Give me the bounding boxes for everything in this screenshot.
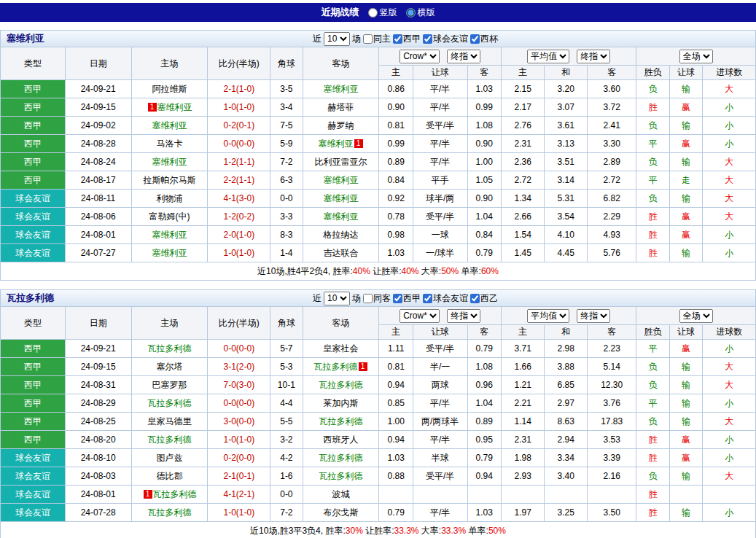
competition-checkbox[interactable] <box>423 34 432 44</box>
team-name[interactable]: 塞维利亚 <box>324 84 359 94</box>
match-date: 24-08-10 <box>65 449 131 467</box>
team-name[interactable]: 瓦拉多利德 <box>319 380 363 390</box>
layout-option-horizontal[interactable]: 横版 <box>406 7 435 19</box>
avg-home-odds: 2.72 <box>501 171 545 190</box>
team-name[interactable]: 瓦拉多利德 <box>319 416 363 426</box>
match-count-select[interactable]: 10 <box>324 292 350 305</box>
team-name[interactable]: 瓦拉多利德 <box>148 343 192 354</box>
same-venue-checkbox[interactable] <box>363 294 373 303</box>
away-team-cell: 皇家社会 <box>303 340 379 358</box>
competition-checkbox[interactable] <box>470 34 480 44</box>
away-team-cell: 格拉纳达 <box>303 226 379 244</box>
handicap-line: 平/半 <box>413 153 467 171</box>
team-name[interactable]: 塞维利亚 <box>152 230 187 240</box>
competition-filter[interactable]: 球会友谊 <box>423 292 468 305</box>
match-date: 24-08-28 <box>65 135 131 153</box>
team-name[interactable]: 瓦拉多利德 <box>148 507 192 518</box>
team-name[interactable]: 塞维利亚 <box>319 139 354 149</box>
team-name[interactable]: 皇家马德里 <box>148 416 192 426</box>
score: 0-2(0-1) <box>208 117 270 135</box>
horizontal-layout-radio[interactable] <box>406 8 416 17</box>
team-name[interactable]: 塞维利亚 <box>324 193 359 203</box>
competition-badge: 球会友谊 <box>1 449 66 467</box>
same-venue-filter[interactable]: 同主 <box>363 33 391 45</box>
team-name[interactable]: 瓦拉多利德 <box>319 453 363 463</box>
result-win-draw-lose: 负 <box>636 153 669 171</box>
result-win-draw-lose: 胜 <box>636 431 669 449</box>
column-header: 日期 <box>65 47 131 80</box>
team-name[interactable]: 富勒姆(中) <box>149 211 190 222</box>
final-index-select[interactable]: 终指 <box>447 50 480 63</box>
competition-checkbox[interactable] <box>423 294 432 303</box>
away-team-cell: 瓦拉多利德 <box>303 467 379 486</box>
vertical-layout-radio[interactable] <box>368 8 378 17</box>
team-name[interactable]: 塞尔塔 <box>157 362 183 372</box>
competition-filter[interactable]: 西乙 <box>470 292 498 305</box>
average-select[interactable]: 平均值 <box>527 309 569 323</box>
team-name[interactable]: 瓦拉多利德 <box>148 434 192 445</box>
crown-away-odds: 1.08 <box>467 358 501 376</box>
team-name[interactable]: 阿拉维斯 <box>152 84 187 94</box>
team-name[interactable]: 拉斯帕尔马斯 <box>144 175 196 185</box>
competition-filter[interactable]: 西甲 <box>393 292 421 305</box>
competition-badge: 球会友谊 <box>1 208 66 226</box>
match-date: 24-07-27 <box>65 244 131 262</box>
competition-filter[interactable]: 球会友谊 <box>423 33 468 45</box>
team-name[interactable]: 西班牙人 <box>324 434 359 445</box>
team-name[interactable]: 比利亚雷亚尔 <box>315 157 367 167</box>
score: 7-0(3-0) <box>208 376 270 394</box>
crown-away-odds: 1.03 <box>467 504 501 522</box>
team-name[interactable]: 瓦拉多利德 <box>314 362 358 372</box>
competition-checkbox[interactable] <box>393 34 402 44</box>
final-index-select[interactable]: 终指 <box>447 309 480 323</box>
average-select[interactable]: 平均值 <box>527 50 569 63</box>
team-name[interactable]: 德比郡 <box>157 471 183 481</box>
team-name[interactable]: 塞维利亚 <box>152 157 187 167</box>
team-name[interactable]: 塞维利亚 <box>157 102 192 112</box>
crown-home-odds: 0.94 <box>379 376 413 394</box>
handicap-line <box>413 486 467 504</box>
handicap-line: 半/一 <box>413 358 467 376</box>
competition-filter[interactable]: 西甲 <box>393 33 421 45</box>
team-name[interactable]: 利物浦 <box>157 193 183 203</box>
layout-option-vertical[interactable]: 竖版 <box>368 7 397 19</box>
match-count-select[interactable]: 10 <box>324 32 350 46</box>
team-name[interactable]: 布尔戈斯 <box>324 507 359 518</box>
team-name[interactable]: 吉达联合 <box>324 248 359 258</box>
competition-checkbox[interactable] <box>393 294 402 303</box>
home-team-cell: 瓦拉多利德 <box>131 340 208 358</box>
team-name[interactable]: 波城 <box>332 489 350 499</box>
bookmaker-select[interactable]: Crow* <box>400 50 440 63</box>
team-name[interactable]: 莱加内斯 <box>324 398 359 408</box>
corners: 10-1 <box>270 376 303 394</box>
team-name[interactable]: 塞维利亚 <box>152 248 187 258</box>
team-name[interactable]: 赫罗纳 <box>328 120 354 130</box>
team-name[interactable]: 瓦拉多利德 <box>319 471 363 481</box>
team-name[interactable]: 赫塔菲 <box>328 102 354 112</box>
bookmaker-select[interactable]: Crow* <box>400 309 440 323</box>
final-index-select[interactable]: 终指 <box>577 309 610 323</box>
result-win-draw-lose: 负 <box>636 358 669 376</box>
corners: 0-0 <box>270 486 303 504</box>
summary-label: 让胜率: <box>363 526 394 536</box>
team-name[interactable]: 马洛卡 <box>157 139 183 149</box>
competition-checkbox[interactable] <box>470 294 480 303</box>
team-name[interactable]: 图卢兹 <box>157 453 183 463</box>
avg-draw-odds: 4.10 <box>545 226 588 244</box>
games-label: 场 <box>352 292 361 305</box>
team-name[interactable]: 瓦拉多利德 <box>153 489 197 499</box>
same-venue-checkbox[interactable] <box>363 34 373 44</box>
team-name[interactable]: 塞维利亚 <box>152 120 187 130</box>
final-index-select[interactable]: 终指 <box>577 50 610 63</box>
same-venue-filter[interactable]: 同客 <box>363 292 391 305</box>
match-scope-select[interactable]: 全场 <box>679 50 713 63</box>
competition-filter[interactable]: 西杯 <box>470 33 498 45</box>
team-name[interactable]: 巴塞罗那 <box>152 380 187 390</box>
match-scope-select[interactable]: 全场 <box>679 309 713 323</box>
team-name[interactable]: 瓦拉多利德 <box>148 398 192 408</box>
team-name[interactable]: 塞维利亚 <box>324 175 359 185</box>
team-name[interactable]: 皇家社会 <box>324 343 359 354</box>
team-name[interactable]: 格拉纳达 <box>324 230 359 240</box>
crown-home-odds: 0.79 <box>379 504 413 522</box>
team-name[interactable]: 塞维利亚 <box>324 211 359 222</box>
